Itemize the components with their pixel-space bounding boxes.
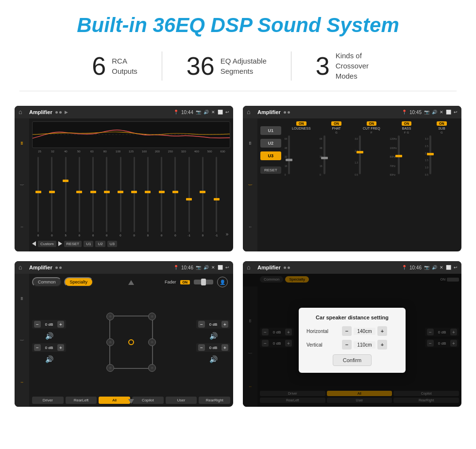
- eq-slider-9[interactable]: 0: [155, 155, 168, 237]
- home-icon[interactable]: ⌂: [18, 108, 26, 116]
- btn-rearright[interactable]: RearRight: [199, 397, 230, 404]
- crossover-channels: ON LOUDNESS ON PHAT G ON CUT FREQ F: [284, 121, 459, 249]
- eq-sidebar-speaker[interactable]: ↔: [17, 222, 27, 232]
- tab-specialty[interactable]: Specialty: [64, 277, 94, 287]
- cs-sidebar-wave[interactable]: 〰: [245, 180, 255, 190]
- bass-slider[interactable]: [398, 135, 400, 174]
- cs-sidebar-speaker[interactable]: ↔: [245, 222, 255, 232]
- ch-loudness-on[interactable]: ON: [296, 121, 306, 126]
- custom-btn[interactable]: Custom: [38, 241, 56, 247]
- cs-sidebar-eq[interactable]: 🎚: [245, 138, 255, 148]
- confirm-button[interactable]: Confirm: [333, 354, 372, 366]
- location-icon-2: 📍: [402, 110, 407, 115]
- ch-bass-label: BASS: [402, 127, 411, 130]
- close-icon-4[interactable]: ✕: [440, 265, 443, 270]
- sp-bot-right: ○: [148, 364, 156, 372]
- home-icon-3[interactable]: ⌂: [18, 264, 26, 271]
- car-center[interactable]: [128, 339, 134, 345]
- eq-slider-5[interactable]: 0: [101, 155, 113, 237]
- home-icon-4[interactable]: ⌂: [247, 264, 255, 271]
- sp-sidebar-wave[interactable]: 〰: [17, 335, 27, 345]
- fader-on[interactable]: ON: [180, 280, 190, 284]
- vol-br-minus[interactable]: −: [198, 344, 205, 351]
- close-icon-3[interactable]: ✕: [211, 265, 215, 270]
- window-icon-3[interactable]: ⬜: [218, 265, 223, 270]
- loudness-slider[interactable]: [288, 135, 290, 174]
- v-value: 110cm: [354, 341, 375, 349]
- sp-sidebar-speaker[interactable]: ↔: [17, 377, 27, 387]
- eq-slider-3[interactable]: 0: [73, 155, 85, 237]
- back-icon-3[interactable]: ↩: [225, 265, 229, 270]
- vol-tr-minus[interactable]: −: [198, 321, 205, 328]
- u2-crossover-btn[interactable]: U2: [260, 139, 281, 148]
- next-arrow[interactable]: [58, 241, 62, 246]
- sub-slider[interactable]: [429, 135, 431, 174]
- btn-all[interactable]: All: [99, 397, 130, 404]
- back-icon[interactable]: ↩: [225, 110, 229, 115]
- home-icon-2[interactable]: ⌂: [247, 108, 255, 116]
- stat-crossover-label: Kinds ofCrossover Modes: [336, 50, 384, 81]
- u3-crossover-btn[interactable]: U3: [260, 151, 281, 160]
- freq-40: 40: [59, 150, 72, 153]
- ch-phat-on[interactable]: ON: [331, 121, 341, 126]
- topbar-time-eq: 10:44: [181, 110, 193, 115]
- btn-rearleft[interactable]: RearLeft: [66, 397, 97, 404]
- tab-common[interactable]: Common: [32, 277, 62, 287]
- u1-crossover-btn[interactable]: U1: [260, 126, 281, 135]
- eq-slider-11[interactable]: -1: [183, 155, 195, 237]
- profile-icon[interactable]: 👤: [217, 277, 228, 287]
- v-minus-btn[interactable]: −: [342, 340, 352, 349]
- close-icon-2[interactable]: ✕: [440, 110, 443, 115]
- back-icon-2[interactable]: ↩: [454, 110, 458, 115]
- vol-tl-minus[interactable]: −: [34, 321, 41, 328]
- btn-user[interactable]: User: [166, 397, 197, 404]
- u1-btn[interactable]: U1: [84, 241, 93, 247]
- vol-tr-plus[interactable]: +: [221, 321, 228, 328]
- crossover-reset-btn[interactable]: RESET: [260, 166, 281, 174]
- eq-slider-8[interactable]: 0: [142, 155, 154, 237]
- ch-bass-on[interactable]: ON: [402, 121, 412, 126]
- u3-btn[interactable]: U3: [107, 241, 117, 247]
- vol-br-plus[interactable]: +: [221, 344, 228, 351]
- eq-slider-10[interactable]: 0: [169, 155, 181, 237]
- vol-tl-plus[interactable]: +: [57, 321, 64, 328]
- ch-sub-on[interactable]: ON: [437, 121, 447, 126]
- play-icon[interactable]: ▶: [65, 110, 68, 115]
- eq-slider-2[interactable]: 5: [59, 155, 71, 237]
- u2-btn[interactable]: U2: [95, 241, 105, 247]
- h-plus-btn[interactable]: +: [377, 326, 387, 336]
- eq-slider-1[interactable]: 0: [46, 155, 58, 237]
- freq-25: 25: [33, 150, 46, 153]
- v-plus-btn[interactable]: +: [377, 340, 387, 349]
- btn-copilot[interactable]: Copilot: [132, 397, 164, 404]
- btn-driver[interactable]: Driver: [32, 397, 64, 404]
- sp-sidebar-eq[interactable]: 🎚: [17, 294, 27, 303]
- eq-slider-12[interactable]: 0: [197, 155, 209, 237]
- eq-sidebar-eq[interactable]: 🎚: [17, 138, 27, 148]
- prev-arrow[interactable]: [32, 241, 36, 246]
- eq-slider-0[interactable]: 0: [32, 155, 44, 237]
- phat-slider[interactable]: [323, 135, 325, 174]
- volume-icon-3: 🔊: [204, 265, 209, 270]
- eq-slider-13[interactable]: -1: [210, 155, 222, 237]
- vol-bl-plus[interactable]: +: [57, 344, 64, 351]
- ch-cutfreq-on[interactable]: ON: [367, 121, 377, 126]
- back-icon-4[interactable]: ↩: [454, 265, 458, 270]
- eq-more[interactable]: »: [224, 232, 230, 237]
- cutfreq-slider[interactable]: [359, 135, 361, 174]
- h-minus-btn[interactable]: −: [342, 326, 352, 336]
- eq-slider-4[interactable]: 0: [87, 155, 99, 237]
- reset-btn[interactable]: RESET: [64, 241, 82, 247]
- screen-speaker: ⌂ Amplifier 📍 10:46 📷 🔊 ✕ ⬜ ↩ 🎚 〰 ↔: [15, 261, 233, 407]
- eq-slider-7[interactable]: 0: [128, 155, 140, 237]
- sub-scale: 3.0 2.5 2.0 1.5 1.0 0.5: [425, 137, 428, 176]
- fader-slider[interactable]: [194, 280, 213, 284]
- window-icon[interactable]: ⬜: [218, 110, 223, 115]
- eq-sidebar-wave[interactable]: 〰: [17, 180, 27, 190]
- ch-phat: ON PHAT G: [320, 121, 353, 134]
- window-icon-2[interactable]: ⬜: [446, 110, 451, 115]
- close-icon[interactable]: ✕: [211, 110, 215, 115]
- eq-slider-6[interactable]: 0: [114, 155, 126, 237]
- vol-bl-minus[interactable]: −: [34, 344, 41, 351]
- window-icon-4[interactable]: ⬜: [446, 265, 451, 270]
